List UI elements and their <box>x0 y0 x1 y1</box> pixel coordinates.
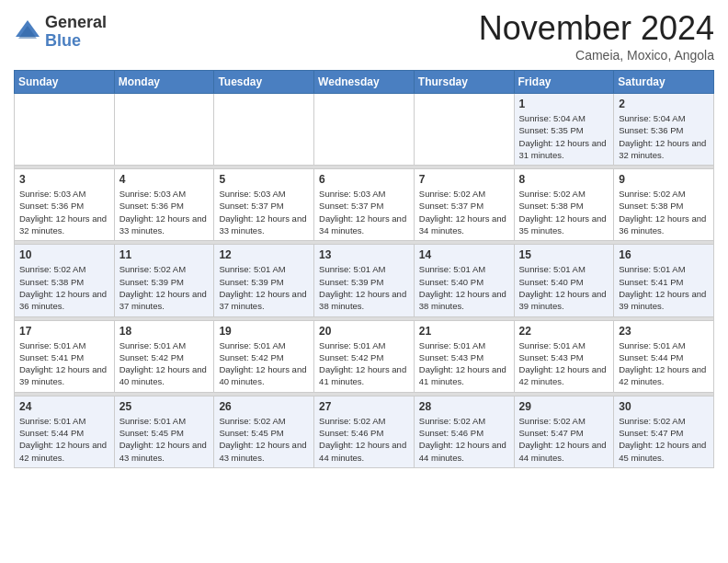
header-saturday: Saturday <box>614 71 714 94</box>
day-number: 20 <box>319 325 409 338</box>
day-info: Sunrise: 5:03 AMSunset: 5:36 PMDaylight:… <box>19 188 109 236</box>
calendar-cell <box>114 94 214 166</box>
calendar-cell: 17Sunrise: 5:01 AMSunset: 5:41 PMDayligh… <box>15 320 115 392</box>
calendar-cell <box>314 94 415 166</box>
day-info: Sunrise: 5:01 AMSunset: 5:40 PMDaylight:… <box>419 263 509 312</box>
day-number: 5 <box>219 173 309 186</box>
calendar-cell: 29Sunrise: 5:02 AMSunset: 5:47 PMDayligh… <box>514 396 614 467</box>
page: General Blue November 2024 Cameia, Moxic… <box>0 0 728 482</box>
day-info: Sunrise: 5:02 AMSunset: 5:47 PMDaylight:… <box>519 415 609 464</box>
header: General Blue November 2024 Cameia, Moxic… <box>14 9 714 63</box>
calendar-week-row: 17Sunrise: 5:01 AMSunset: 5:41 PMDayligh… <box>15 320 714 392</box>
day-info: Sunrise: 5:01 AMSunset: 5:40 PMDaylight:… <box>519 263 609 312</box>
day-number: 9 <box>619 173 709 186</box>
day-number: 18 <box>119 325 210 338</box>
day-info: Sunrise: 5:02 AMSunset: 5:46 PMDaylight:… <box>419 415 509 464</box>
day-number: 6 <box>319 173 409 186</box>
calendar-cell: 1Sunrise: 5:04 AMSunset: 5:35 PMDaylight… <box>514 94 614 166</box>
calendar-cell: 30Sunrise: 5:02 AMSunset: 5:47 PMDayligh… <box>614 396 714 467</box>
day-info: Sunrise: 5:02 AMSunset: 5:39 PMDaylight:… <box>119 263 210 312</box>
day-info: Sunrise: 5:03 AMSunset: 5:37 PMDaylight:… <box>319 188 409 236</box>
day-info: Sunrise: 5:01 AMSunset: 5:42 PMDaylight:… <box>319 339 409 388</box>
day-info: Sunrise: 5:01 AMSunset: 5:39 PMDaylight:… <box>219 263 309 312</box>
day-number: 25 <box>119 400 210 413</box>
calendar-cell <box>15 94 115 166</box>
calendar-cell: 15Sunrise: 5:01 AMSunset: 5:40 PMDayligh… <box>514 245 614 316</box>
calendar-cell: 21Sunrise: 5:01 AMSunset: 5:43 PMDayligh… <box>414 320 514 392</box>
calendar-cell <box>214 94 314 166</box>
day-info: Sunrise: 5:01 AMSunset: 5:44 PMDaylight:… <box>19 415 109 464</box>
logo-icon <box>14 18 41 46</box>
title-section: November 2024 Cameia, Moxico, Angola <box>479 9 714 63</box>
day-info: Sunrise: 5:01 AMSunset: 5:43 PMDaylight:… <box>419 339 509 388</box>
day-number: 2 <box>619 98 709 110</box>
calendar-cell: 4Sunrise: 5:03 AMSunset: 5:36 PMDaylight… <box>114 169 214 241</box>
logo-blue-text: Blue <box>45 32 107 51</box>
day-number: 13 <box>319 248 409 261</box>
calendar-cell: 27Sunrise: 5:02 AMSunset: 5:46 PMDayligh… <box>314 396 415 467</box>
day-number: 7 <box>419 173 509 186</box>
header-monday: Monday <box>114 71 214 94</box>
day-info: Sunrise: 5:03 AMSunset: 5:36 PMDaylight:… <box>119 188 210 236</box>
day-info: Sunrise: 5:03 AMSunset: 5:37 PMDaylight:… <box>219 188 309 236</box>
day-number: 30 <box>619 400 709 413</box>
logo-general-text: General <box>45 14 107 32</box>
calendar-cell: 11Sunrise: 5:02 AMSunset: 5:39 PMDayligh… <box>114 245 214 316</box>
calendar-cell: 24Sunrise: 5:01 AMSunset: 5:44 PMDayligh… <box>15 396 115 467</box>
calendar-cell: 6Sunrise: 5:03 AMSunset: 5:37 PMDaylight… <box>314 169 415 241</box>
day-number: 28 <box>419 400 509 413</box>
day-info: Sunrise: 5:01 AMSunset: 5:41 PMDaylight:… <box>19 339 109 388</box>
day-number: 4 <box>119 173 210 186</box>
day-info: Sunrise: 5:01 AMSunset: 5:45 PMDaylight:… <box>119 415 210 464</box>
logo: General Blue <box>14 14 107 51</box>
location: Cameia, Moxico, Angola <box>479 48 714 63</box>
calendar-week-row: 24Sunrise: 5:01 AMSunset: 5:44 PMDayligh… <box>15 396 714 467</box>
day-number: 27 <box>319 400 409 413</box>
calendar-cell: 3Sunrise: 5:03 AMSunset: 5:36 PMDaylight… <box>15 169 115 241</box>
day-info: Sunrise: 5:02 AMSunset: 5:38 PMDaylight:… <box>519 188 609 236</box>
calendar-cell: 23Sunrise: 5:01 AMSunset: 5:44 PMDayligh… <box>614 320 714 392</box>
day-number: 1 <box>519 98 609 110</box>
day-info: Sunrise: 5:02 AMSunset: 5:38 PMDaylight:… <box>619 188 709 236</box>
day-number: 26 <box>219 400 309 413</box>
day-number: 10 <box>19 248 109 261</box>
calendar-week-row: 10Sunrise: 5:02 AMSunset: 5:38 PMDayligh… <box>15 245 714 316</box>
logo-text: General Blue <box>45 14 107 51</box>
day-info: Sunrise: 5:02 AMSunset: 5:46 PMDaylight:… <box>319 415 409 464</box>
day-number: 22 <box>519 325 609 338</box>
calendar-week-row: 1Sunrise: 5:04 AMSunset: 5:35 PMDaylight… <box>15 94 714 166</box>
calendar-cell: 8Sunrise: 5:02 AMSunset: 5:38 PMDaylight… <box>514 169 614 241</box>
day-info: Sunrise: 5:02 AMSunset: 5:47 PMDaylight:… <box>619 415 709 464</box>
day-info: Sunrise: 5:01 AMSunset: 5:42 PMDaylight:… <box>219 339 309 388</box>
day-number: 23 <box>619 325 709 338</box>
day-info: Sunrise: 5:02 AMSunset: 5:45 PMDaylight:… <box>219 415 309 464</box>
day-number: 19 <box>219 325 309 338</box>
calendar-cell: 18Sunrise: 5:01 AMSunset: 5:42 PMDayligh… <box>114 320 214 392</box>
calendar-cell: 12Sunrise: 5:01 AMSunset: 5:39 PMDayligh… <box>214 245 314 316</box>
calendar-cell: 28Sunrise: 5:02 AMSunset: 5:46 PMDayligh… <box>414 396 514 467</box>
day-number: 21 <box>419 325 509 338</box>
calendar-cell: 22Sunrise: 5:01 AMSunset: 5:43 PMDayligh… <box>514 320 614 392</box>
day-info: Sunrise: 5:01 AMSunset: 5:44 PMDaylight:… <box>619 339 709 388</box>
header-friday: Friday <box>514 71 614 94</box>
day-number: 16 <box>619 248 709 261</box>
header-thursday: Thursday <box>414 71 514 94</box>
month-title: November 2024 <box>479 9 714 48</box>
calendar: Sunday Monday Tuesday Wednesday Thursday… <box>14 70 714 468</box>
calendar-cell: 25Sunrise: 5:01 AMSunset: 5:45 PMDayligh… <box>114 396 214 467</box>
day-number: 15 <box>519 248 609 261</box>
calendar-cell: 2Sunrise: 5:04 AMSunset: 5:36 PMDaylight… <box>614 94 714 166</box>
day-number: 24 <box>19 400 109 413</box>
calendar-cell: 10Sunrise: 5:02 AMSunset: 5:38 PMDayligh… <box>15 245 115 316</box>
header-tuesday: Tuesday <box>214 71 314 94</box>
calendar-cell: 9Sunrise: 5:02 AMSunset: 5:38 PMDaylight… <box>614 169 714 241</box>
day-info: Sunrise: 5:01 AMSunset: 5:39 PMDaylight:… <box>319 263 409 312</box>
day-number: 29 <box>519 400 609 413</box>
day-info: Sunrise: 5:04 AMSunset: 5:35 PMDaylight:… <box>519 112 609 161</box>
calendar-cell: 16Sunrise: 5:01 AMSunset: 5:41 PMDayligh… <box>614 245 714 316</box>
calendar-week-row: 3Sunrise: 5:03 AMSunset: 5:36 PMDaylight… <box>15 169 714 241</box>
day-info: Sunrise: 5:02 AMSunset: 5:37 PMDaylight:… <box>419 188 509 236</box>
day-number: 8 <box>519 173 609 186</box>
calendar-cell: 19Sunrise: 5:01 AMSunset: 5:42 PMDayligh… <box>214 320 314 392</box>
day-info: Sunrise: 5:01 AMSunset: 5:42 PMDaylight:… <box>119 339 210 388</box>
